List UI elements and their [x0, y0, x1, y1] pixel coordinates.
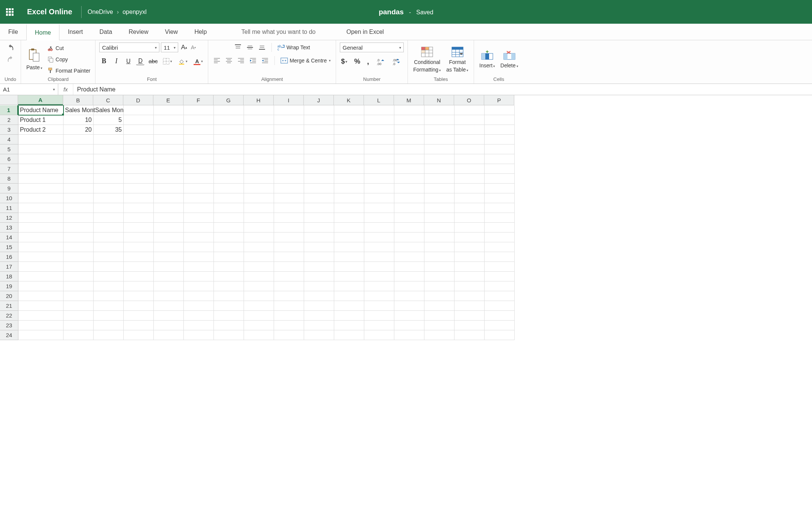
- cell-N12[interactable]: [424, 213, 454, 223]
- cell-C10[interactable]: [94, 193, 124, 203]
- cell-P5[interactable]: [485, 144, 515, 154]
- cell-K5[interactable]: [334, 144, 364, 154]
- column-header-F[interactable]: F: [183, 95, 214, 105]
- cell-D15[interactable]: [124, 242, 154, 252]
- cell-F16[interactable]: [184, 252, 214, 262]
- cell-D22[interactable]: [124, 311, 154, 321]
- cell-M8[interactable]: [394, 174, 424, 184]
- cell-I18[interactable]: [274, 272, 304, 281]
- cell-P12[interactable]: [485, 213, 515, 223]
- cell-F19[interactable]: [184, 281, 214, 291]
- cell-C14[interactable]: [94, 233, 124, 242]
- cell-A8[interactable]: [18, 174, 64, 184]
- row-header-13[interactable]: 13: [0, 223, 18, 233]
- cell-E5[interactable]: [154, 144, 184, 154]
- cell-D14[interactable]: [124, 233, 154, 242]
- decrease-indent-button[interactable]: [248, 56, 258, 65]
- cell-F8[interactable]: [184, 174, 214, 184]
- cell-A24[interactable]: [18, 330, 64, 340]
- cell-H16[interactable]: [244, 252, 274, 262]
- cell-G19[interactable]: [214, 281, 244, 291]
- cell-E11[interactable]: [154, 203, 184, 213]
- cell-L23[interactable]: [364, 321, 394, 330]
- cell-F12[interactable]: [184, 213, 214, 223]
- cell-G15[interactable]: [214, 242, 244, 252]
- cell-H14[interactable]: [244, 233, 274, 242]
- cell-P16[interactable]: [485, 252, 515, 262]
- cell-L18[interactable]: [364, 272, 394, 281]
- cell-O16[interactable]: [454, 252, 485, 262]
- cell-L22[interactable]: [364, 311, 394, 321]
- column-header-E[interactable]: E: [153, 95, 183, 105]
- cell-A12[interactable]: [18, 213, 64, 223]
- cell-J15[interactable]: [304, 242, 334, 252]
- comma-format-button[interactable]: ,: [366, 56, 370, 67]
- cell-F1[interactable]: [184, 105, 214, 115]
- cell-N16[interactable]: [424, 252, 454, 262]
- cell-D4[interactable]: [124, 135, 154, 144]
- cell-P21[interactable]: [485, 301, 515, 311]
- cell-N9[interactable]: [424, 184, 454, 193]
- cell-D6[interactable]: [124, 154, 154, 164]
- cell-B17[interactable]: [64, 262, 94, 272]
- cell-H17[interactable]: [244, 262, 274, 272]
- cell-H23[interactable]: [244, 321, 274, 330]
- copy-button[interactable]: Copy: [46, 55, 69, 64]
- align-middle-button[interactable]: [245, 43, 255, 52]
- cell-G1[interactable]: [214, 105, 244, 115]
- cell-N8[interactable]: [424, 174, 454, 184]
- cell-I6[interactable]: [274, 154, 304, 164]
- cell-E20[interactable]: [154, 291, 184, 301]
- borders-button[interactable]: [162, 57, 173, 66]
- column-header-J[interactable]: J: [304, 95, 334, 105]
- cell-A3[interactable]: Product 2: [18, 125, 64, 135]
- formula-input[interactable]: Product Name: [73, 84, 812, 95]
- cell-L2[interactable]: [364, 115, 394, 125]
- cell-G20[interactable]: [214, 291, 244, 301]
- cell-C21[interactable]: [94, 301, 124, 311]
- cell-H18[interactable]: [244, 272, 274, 281]
- cell-J16[interactable]: [304, 252, 334, 262]
- cell-E6[interactable]: [154, 154, 184, 164]
- cell-G16[interactable]: [214, 252, 244, 262]
- cell-K23[interactable]: [334, 321, 364, 330]
- cell-O2[interactable]: [454, 115, 485, 125]
- row-header-4[interactable]: 4: [0, 135, 18, 144]
- cell-F13[interactable]: [184, 223, 214, 233]
- cell-F23[interactable]: [184, 321, 214, 330]
- cell-N20[interactable]: [424, 291, 454, 301]
- cell-K1[interactable]: [334, 105, 364, 115]
- align-right-button[interactable]: [236, 56, 246, 65]
- cell-M20[interactable]: [394, 291, 424, 301]
- cell-K15[interactable]: [334, 242, 364, 252]
- cell-G5[interactable]: [214, 144, 244, 154]
- tab-help[interactable]: Help: [186, 24, 215, 40]
- cell-J24[interactable]: [304, 330, 334, 340]
- tab-data[interactable]: Data: [91, 24, 120, 40]
- cell-N10[interactable]: [424, 193, 454, 203]
- cell-E4[interactable]: [154, 135, 184, 144]
- cell-I13[interactable]: [274, 223, 304, 233]
- cell-M9[interactable]: [394, 184, 424, 193]
- accounting-format-button[interactable]: $: [340, 56, 348, 67]
- cell-B2[interactable]: 10: [64, 115, 94, 125]
- breadcrumb-root[interactable]: OneDrive: [88, 9, 113, 15]
- cell-H10[interactable]: [244, 193, 274, 203]
- cell-G24[interactable]: [214, 330, 244, 340]
- cell-N7[interactable]: [424, 164, 454, 174]
- cell-G8[interactable]: [214, 174, 244, 184]
- cell-I22[interactable]: [274, 311, 304, 321]
- cell-J1[interactable]: [304, 105, 334, 115]
- cell-D16[interactable]: [124, 252, 154, 262]
- cell-N13[interactable]: [424, 223, 454, 233]
- cell-O10[interactable]: [454, 193, 485, 203]
- cell-J6[interactable]: [304, 154, 334, 164]
- row-header-22[interactable]: 22: [0, 311, 18, 321]
- cell-F10[interactable]: [184, 193, 214, 203]
- cell-N22[interactable]: [424, 311, 454, 321]
- column-header-H[interactable]: H: [244, 95, 274, 105]
- underline-button[interactable]: U: [124, 57, 132, 66]
- cell-D20[interactable]: [124, 291, 154, 301]
- cell-P15[interactable]: [485, 242, 515, 252]
- cell-I2[interactable]: [274, 115, 304, 125]
